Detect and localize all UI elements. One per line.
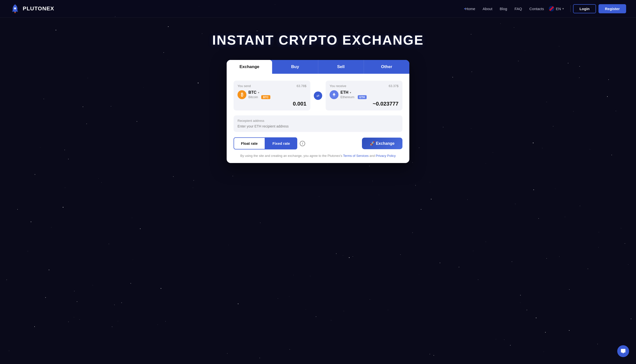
rocket-icon [10,4,20,14]
receive-currency-select[interactable]: ETH ▾ Ethereum ETH [330,90,398,99]
site-name: PLUTONEX [23,6,54,12]
chevron-down-icon: ▾ [562,7,564,10]
recipient-input[interactable] [238,124,398,128]
privacy-policy-link[interactable]: Privacy Policy [376,154,396,158]
chat-icon [620,348,626,354]
send-amount: 0.001 [293,100,306,107]
hero-title: INSTANT CRYPTO EXCHANGE [212,32,424,48]
terms-and: and [370,154,375,158]
send-currency-symbol: BTC [248,90,257,95]
send-currency-select[interactable]: ₿ BTC ▾ Bitcoin BTC [238,90,306,99]
receive-currency-symbol: ETH [340,90,348,95]
receive-label-row: You receive 63.37$ [330,84,398,88]
receive-field: You receive 63.37$ ETH ▾ [326,81,402,110]
tab-sell[interactable]: Sell [318,60,364,74]
fixed-rate-button[interactable]: Fixed rate [265,137,298,150]
flag-icon [549,6,554,11]
card-body: You send 63.78$ ₿ BTC ▾ Bitcoin [227,74,409,163]
tab-buy[interactable]: Buy [272,60,318,74]
language-label: EN [556,7,561,11]
float-rate-button[interactable]: Float rate [234,137,265,150]
tab-exchange[interactable]: Exchange [227,60,272,74]
swap-button[interactable]: ⇄ [314,92,322,100]
nav-home[interactable]: Home [465,7,475,11]
nav-faq[interactable]: FAQ [515,7,522,11]
tab-other[interactable]: Other [364,60,409,74]
exchange-fields: You send 63.78$ ₿ BTC ▾ Bitcoin [234,81,402,110]
receive-label: You receive [330,84,346,88]
btc-icon: ₿ [238,90,246,99]
send-currency-name-badge: Bitcoin BTC [248,95,270,99]
register-button[interactable]: Register [598,4,626,13]
nav-links: Home About Blog FAQ Contacts [465,7,544,11]
logo[interactable]: PLUTONEX [10,4,54,14]
eth-icon [330,90,338,99]
recipient-label: Recepient address [238,119,398,122]
exchange-card: Exchange Buy Sell Other You send 63.78$ … [227,60,409,163]
tabs-container: Exchange Buy Sell Other [227,60,409,74]
language-selector[interactable]: EN ▾ [549,6,564,11]
receive-currency-badge: ETH [358,95,367,99]
send-currency-badge: BTC [261,95,270,99]
nav-blog[interactable]: Blog [500,7,507,11]
send-field: You send 63.78$ ₿ BTC ▾ Bitcoin [234,81,310,110]
svg-marker-2 [333,93,335,96]
send-currency-name-row: BTC ▾ [248,90,270,95]
send-chevron-icon: ▾ [258,91,259,94]
send-label: You send [238,84,251,88]
receive-amount: ~0.023777 [372,100,398,107]
receive-currency-info: ETH ▾ Ethereum ETH [340,90,367,99]
terms-prefix: By using the site and creating an exchan… [240,154,342,158]
nav-about[interactable]: About [483,7,492,11]
nav-divider [570,5,571,12]
login-button[interactable]: Login [573,4,596,13]
svg-point-1 [14,8,16,9]
send-amount-row: 0.001 [238,100,306,107]
send-currency-name: Bitcoin [248,95,258,99]
main-content: INSTANT CRYPTO EXCHANGE Exchange Buy Sel… [0,18,636,173]
receive-currency-name-badge: Ethereum ETH [340,95,367,99]
nav-contacts[interactable]: Contacts [529,7,544,11]
send-currency-info: BTC ▾ Bitcoin BTC [248,90,270,99]
exchange-button[interactable]: 🚀 Exchange [362,138,402,149]
receive-currency-name: Ethereum [340,95,354,99]
chat-button[interactable] [617,345,629,357]
rate-row: Float rate Fixed rate i 🚀 Exchange [234,137,402,150]
navbar: PLUTONEX Home About Blog FAQ Contacts EN… [0,0,636,18]
receive-currency-name-row: ETH ▾ [340,90,367,95]
send-usd: 63.78$ [297,84,306,88]
receive-usd: 63.37$ [389,84,398,88]
terms-of-service-link[interactable]: Terms of Services [343,154,369,158]
info-icon[interactable]: i [300,141,305,146]
receive-chevron-icon: ▾ [350,91,351,94]
send-label-row: You send 63.78$ [238,84,306,88]
recipient-box: Recepient address [234,116,402,132]
receive-amount-row: ~0.023777 [330,100,398,107]
terms-text: By using the site and creating an exchan… [234,154,402,158]
